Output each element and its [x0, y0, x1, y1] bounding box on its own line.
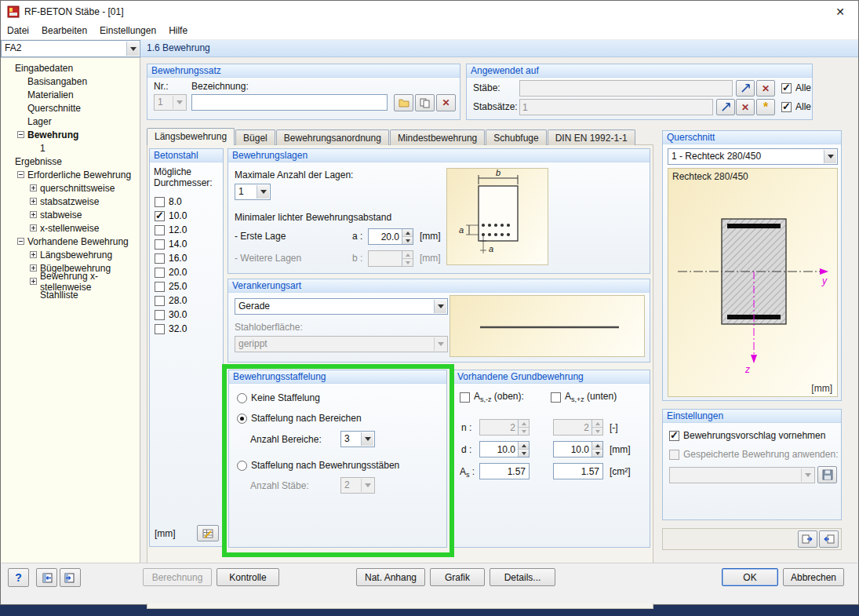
tab[interactable]: Schubfuge [486, 129, 546, 145]
apply-saved-reinforcement-button[interactable] [817, 466, 837, 483]
d-oben-spinner[interactable] [479, 441, 530, 457]
tree-item[interactable]: Querschnitte [1, 101, 140, 115]
tree-item[interactable]: Ergebnisse [1, 155, 140, 168]
gespeicherte-bewehrung-select[interactable] [669, 467, 815, 483]
tree-expander-icon[interactable] [30, 184, 37, 191]
spin-up-icon[interactable] [592, 442, 602, 449]
tree-item[interactable]: Eingabedaten [1, 61, 140, 75]
close-button[interactable]: ✕ [822, 1, 858, 23]
tree-item[interactable]: stabsatzweise [1, 195, 140, 208]
tree-item[interactable]: Bewehrung [1, 128, 140, 141]
diameter-option[interactable]: 20.0 [155, 265, 187, 279]
details-button[interactable]: Details... [490, 568, 555, 586]
pick-stabsaetze-button[interactable] [716, 99, 735, 115]
berechnung-button[interactable]: Berechnung [143, 568, 212, 586]
verankerungsart-select[interactable]: Gerade [235, 298, 448, 315]
tree-item[interactable]: stabweise [1, 208, 140, 221]
spin-down-icon[interactable] [519, 449, 529, 457]
grafik-button[interactable]: Grafik [430, 568, 485, 586]
tree-item[interactable]: Bewehrung x-stellenweise [1, 275, 140, 288]
kontrolle-button[interactable]: Kontrolle [217, 568, 279, 586]
open-reinforcement-set-button[interactable] [394, 94, 413, 111]
spin-up-icon[interactable] [519, 442, 529, 449]
as-unten-checkbox[interactable]: As,+z (unten) [551, 391, 617, 403]
staebe-input[interactable] [519, 80, 733, 97]
tree-expander-icon[interactable] [17, 238, 24, 245]
spin-up-icon[interactable] [402, 229, 413, 236]
pick-staebe-button[interactable] [736, 80, 755, 97]
bezeichnung-input[interactable] [191, 94, 388, 111]
diameter-option[interactable]: 8.0 [155, 195, 187, 209]
tab[interactable]: Bewehrungsanordnung [276, 129, 389, 145]
tab[interactable]: Mindestbewehrung [390, 129, 485, 145]
menu-item[interactable]: Datei [1, 23, 35, 39]
stabsaetze-input[interactable] [519, 99, 713, 115]
diameter-option[interactable]: 25.0 [155, 279, 187, 293]
n-oben-spinner[interactable] [479, 419, 530, 436]
diameter-option[interactable]: 30.0 [155, 308, 187, 322]
delete-reinforcement-set-button[interactable]: ✕ [436, 94, 456, 111]
erste-lage-spinner[interactable] [368, 228, 413, 245]
as-oben-field[interactable] [479, 463, 530, 479]
tree-item[interactable]: Lager [1, 115, 140, 128]
alle-stabsaetze-checkbox[interactable]: Alle [781, 101, 811, 112]
nat-anhang-button[interactable]: Nat. Anhang [356, 568, 425, 586]
tree-expander-icon[interactable] [30, 251, 37, 258]
tree-item[interactable]: x-stellenweise [1, 221, 140, 235]
weitere-lagen-spinner[interactable] [368, 250, 413, 267]
tree-expander-icon[interactable] [17, 131, 24, 138]
tree-item[interactable]: Materialien [1, 88, 140, 101]
spin-down-icon[interactable] [592, 449, 602, 457]
jump-to-table-button[interactable] [60, 568, 81, 587]
spinner-buttons[interactable] [518, 442, 529, 457]
tree-item[interactable]: Vorhandene Bewehrung [1, 235, 140, 248]
help-button[interactable]: ? [8, 568, 29, 587]
tree-item[interactable]: 1 [1, 141, 140, 155]
diameter-option[interactable]: 28.0 [155, 293, 187, 308]
as-oben-checkbox[interactable]: As,-z (oben): [460, 391, 524, 403]
tree-expander-icon[interactable] [30, 264, 37, 272]
tree-expander-icon[interactable] [30, 224, 37, 231]
diameter-option[interactable]: 14.0 [155, 237, 187, 251]
as-unten-input[interactable] [554, 465, 602, 479]
diameter-option[interactable]: 32.0 [155, 322, 187, 336]
diameter-option[interactable]: 10.0 [155, 209, 187, 223]
export-reinforcement-button[interactable] [819, 530, 839, 548]
jump-to-graphic-button[interactable] [36, 568, 57, 587]
stahloberflaeche-select[interactable]: gerippt [235, 336, 448, 352]
alle-staebe-checkbox[interactable]: Alle [781, 82, 811, 93]
staffelung-staebe-radio[interactable]: Staffelung nach Bewehrungsstäben [237, 460, 399, 471]
tree-expander-icon[interactable] [30, 198, 37, 205]
tab[interactable]: Längsbewehrung [147, 128, 235, 145]
tree-item[interactable]: Basisangaben [1, 75, 140, 88]
max-lagen-select[interactable]: 1 [235, 184, 271, 200]
anzahl-bereiche-select[interactable]: 3 [340, 431, 375, 447]
keine-staffelung-radio[interactable]: Keine Staffelung [237, 392, 320, 403]
as-oben-input[interactable] [480, 465, 529, 479]
diameter-option[interactable]: 12.0 [155, 223, 187, 237]
tree-expander-icon[interactable] [30, 211, 37, 218]
tree-item[interactable]: Längsbewehrung [1, 248, 140, 261]
clear-stabsaetze-button[interactable]: ✕ [736, 99, 755, 115]
tree-item[interactable]: querschnittsweise [1, 181, 140, 195]
diameter-option[interactable]: 16.0 [155, 251, 187, 265]
edit-diameter-list-button[interactable] [197, 525, 219, 541]
tab[interactable]: Bügel [235, 129, 275, 145]
menu-item[interactable]: Hilfe [162, 23, 194, 39]
spinner-buttons[interactable] [402, 229, 413, 244]
querschnitt-select[interactable]: 1 - Rechteck 280/450 [668, 148, 838, 165]
nr-select[interactable]: 1 [154, 94, 187, 111]
gespeicherte-bewehrung-checkbox[interactable]: Gespeicherte Bewehrung anwenden: [669, 449, 838, 460]
menu-item[interactable]: Einstellungen [93, 23, 162, 39]
import-reinforcement-button[interactable] [798, 530, 817, 548]
as-unten-field[interactable] [553, 463, 603, 479]
new-stabsatz-button[interactable]: * [756, 99, 775, 115]
spin-down-icon[interactable] [402, 236, 413, 244]
tab[interactable]: DIN EN 1992-1-1 [548, 129, 635, 145]
copy-reinforcement-set-button[interactable] [415, 94, 435, 111]
abbrechen-button[interactable]: Abbrechen [783, 568, 844, 586]
staffelung-bereiche-radio[interactable]: Staffelung nach Bereichen [237, 413, 362, 424]
tree-item[interactable]: Erforderliche Bewehrung [1, 168, 140, 181]
tree-expander-icon[interactable] [30, 278, 37, 285]
spinner-buttons[interactable] [591, 442, 602, 457]
